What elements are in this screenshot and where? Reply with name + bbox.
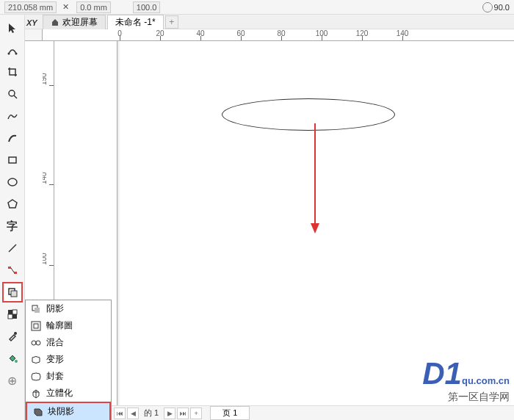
extrude-icon bbox=[30, 388, 42, 399]
x-input[interactable]: 210.058 mm bbox=[4, 1, 57, 13]
rectangle-tool[interactable] bbox=[2, 150, 23, 170]
page-info: 的 1 bbox=[144, 408, 159, 419]
pick-tool[interactable] bbox=[2, 18, 23, 38]
flyout-shadow[interactable]: 阴影 bbox=[26, 300, 111, 317]
welcome-tab[interactable]: 欢迎屏幕 bbox=[43, 15, 106, 29]
svg-rect-9 bbox=[14, 272, 17, 274]
envelope-icon bbox=[30, 371, 42, 383]
canvas[interactable] bbox=[54, 41, 514, 405]
svg-line-7 bbox=[9, 245, 16, 252]
effects-tool[interactable] bbox=[2, 282, 23, 303]
svg-point-25 bbox=[32, 341, 36, 345]
page-add-button[interactable]: + bbox=[190, 408, 202, 419]
page-tab[interactable]: 页 1 bbox=[210, 406, 250, 420]
flyout-distort[interactable]: 变形 bbox=[26, 351, 111, 368]
shape-tool[interactable] bbox=[2, 40, 23, 60]
ruler-corner bbox=[25, 29, 43, 41]
effects-flyout-menu: 阴影 輪廓圖 混合 变形 封套 立體化 块阴影 bbox=[25, 300, 112, 420]
svg-rect-13 bbox=[8, 310, 12, 314]
left-toolbar: 字 ⊕ bbox=[0, 15, 25, 420]
multiply-icon: ✕ bbox=[62, 2, 69, 12]
h-input[interactable]: 100.0 bbox=[133, 1, 161, 13]
watermark-cn: 第一区自学网 bbox=[422, 391, 510, 404]
watermark-url: qu.com.cn bbox=[462, 375, 510, 386]
contour-icon bbox=[30, 320, 42, 332]
svg-rect-14 bbox=[12, 314, 17, 319]
svg-point-5 bbox=[8, 178, 17, 186]
svg-rect-15 bbox=[12, 310, 17, 314]
ellipse-tool[interactable] bbox=[2, 172, 23, 192]
add-tab-button[interactable]: + bbox=[165, 15, 178, 29]
svg-rect-4 bbox=[9, 157, 16, 163]
svg-rect-8 bbox=[8, 267, 11, 269]
block-shadow-icon bbox=[32, 406, 43, 418]
rotation-icon bbox=[482, 2, 493, 12]
parallel-dimension-tool[interactable] bbox=[2, 238, 23, 258]
page-prev-button[interactable]: ◀ bbox=[127, 408, 139, 419]
ellipse-object[interactable] bbox=[222, 98, 395, 131]
watermark-brand: D1 bbox=[422, 356, 462, 391]
flyout-envelope-label: 封套 bbox=[46, 370, 64, 383]
flyout-extrude[interactable]: 立體化 bbox=[26, 385, 111, 402]
svg-rect-16 bbox=[8, 314, 12, 319]
svg-point-1 bbox=[15, 53, 17, 55]
xy-label: XY bbox=[26, 18, 37, 27]
property-bar: 210.058 mm ✕ 0.0 mm 100.0 90.0 bbox=[0, 0, 514, 15]
freehand-tool[interactable] bbox=[2, 106, 23, 126]
rotation-input[interactable]: 90.0 bbox=[494, 3, 510, 12]
flyout-block-shadow[interactable]: 块阴影 bbox=[26, 402, 111, 420]
connector-tool[interactable] bbox=[2, 260, 23, 280]
y-input[interactable]: 0.0 mm bbox=[76, 1, 111, 13]
flyout-blend-label: 混合 bbox=[46, 336, 64, 349]
svg-rect-12 bbox=[11, 291, 17, 297]
flyout-contour[interactable]: 輪廓圖 bbox=[26, 317, 111, 334]
crop-tool[interactable] bbox=[2, 62, 23, 82]
rotation-group: 90.0 bbox=[482, 2, 510, 12]
watermark: D1qu.com.cn 第一区自学网 bbox=[422, 358, 510, 404]
page-next-button[interactable]: ▶ bbox=[164, 408, 175, 419]
zoom-tool[interactable] bbox=[2, 84, 23, 104]
svg-point-18 bbox=[15, 360, 18, 363]
fill-tool[interactable] bbox=[2, 348, 23, 369]
flyout-blend[interactable]: 混合 bbox=[26, 334, 111, 351]
artistic-media-tool[interactable] bbox=[2, 128, 23, 148]
svg-point-2 bbox=[9, 90, 15, 96]
document-tab-label: 未命名 -1* bbox=[115, 16, 156, 29]
page-first-button[interactable]: ⏮ bbox=[114, 408, 126, 419]
page-shadow bbox=[117, 41, 120, 405]
flyout-distort-label: 变形 bbox=[46, 353, 64, 366]
flyout-shadow-label: 阴影 bbox=[46, 303, 64, 315]
svg-line-10 bbox=[11, 268, 14, 272]
distort-icon bbox=[30, 354, 42, 366]
expand-toolbar[interactable]: ⊕ bbox=[2, 370, 23, 391]
welcome-tab-label: 欢迎屏幕 bbox=[62, 16, 98, 29]
shadow-icon bbox=[30, 303, 42, 315]
document-tabs: 欢迎屏幕 未命名 -1* + bbox=[0, 15, 514, 29]
eyedropper-tool[interactable] bbox=[2, 326, 23, 347]
transparency-tool[interactable] bbox=[2, 304, 23, 325]
home-icon bbox=[51, 18, 59, 26]
page-last-button[interactable]: ⏭ bbox=[177, 408, 189, 419]
flyout-contour-label: 輪廓圖 bbox=[46, 319, 73, 332]
svg-point-26 bbox=[36, 341, 40, 345]
svg-marker-6 bbox=[8, 200, 17, 208]
svg-point-17 bbox=[14, 332, 17, 335]
text-tool[interactable]: 字 bbox=[2, 216, 23, 236]
flyout-envelope[interactable]: 封套 bbox=[26, 368, 111, 385]
blend-icon bbox=[30, 337, 42, 349]
svg-line-3 bbox=[14, 95, 17, 98]
svg-marker-20 bbox=[311, 223, 319, 233]
svg-rect-23 bbox=[32, 322, 40, 330]
horizontal-ruler: 0 20 40 60 80 100 120 140 bbox=[43, 29, 514, 41]
svg-point-0 bbox=[7, 53, 10, 55]
svg-rect-24 bbox=[34, 324, 38, 328]
flyout-block-shadow-label: 块阴影 bbox=[48, 405, 74, 418]
red-arrow-annotation bbox=[311, 123, 319, 233]
polygon-tool[interactable] bbox=[2, 194, 23, 214]
svg-rect-22 bbox=[35, 308, 40, 313]
document-tab[interactable]: 未命名 -1* bbox=[107, 15, 164, 29]
flyout-extrude-label: 立體化 bbox=[46, 387, 73, 399]
